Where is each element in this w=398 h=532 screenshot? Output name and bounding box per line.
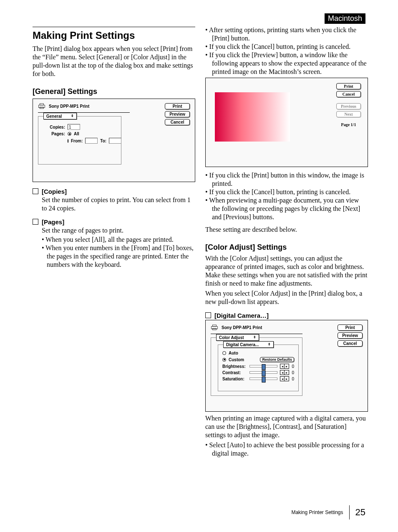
from-radio[interactable] <box>68 139 68 143</box>
general-pulldown[interactable]: General ⇕ <box>43 113 77 119</box>
pages-label: Pages: <box>45 132 65 136</box>
left-column: Making Print Settings The [Print] dialog… <box>33 25 195 458</box>
preview-button[interactable]: Preview <box>165 111 190 117</box>
to-label: To: <box>100 139 106 143</box>
from-input[interactable] <box>85 138 98 144</box>
device-title: Sony DPP-MP1 Print <box>49 104 89 109</box>
contrast-stepper[interactable]: ◂▸ <box>280 370 289 375</box>
printer-icon <box>38 103 45 109</box>
contrast-slider[interactable] <box>249 371 277 374</box>
copies-heading: [Copies] <box>33 188 195 195</box>
custom-label: Custom <box>229 357 244 362</box>
auto-radio[interactable] <box>222 351 226 355</box>
copies-label: Copies: <box>45 125 65 129</box>
printer-icon <box>211 324 218 330</box>
updown-icon: ⇕ <box>71 114 74 118</box>
preview-image <box>215 92 290 142</box>
pages-desc: Set the range of pages to print. <box>42 226 195 235</box>
color-adjust-p2: When you select [Color Adjust] in the [P… <box>205 289 368 306</box>
preview-cancel-button[interactable]: Cancel <box>336 91 361 97</box>
pulldown-label: Color Adjust <box>219 335 244 340</box>
svg-rect-1 <box>40 104 44 105</box>
color-adjust-p1: With the [Color Adjust] settings, you ca… <box>205 254 368 288</box>
footer-section: Making Printer Settings <box>291 509 343 515</box>
brightness-value: 0 <box>292 364 294 369</box>
to-input[interactable] <box>109 138 121 144</box>
preview-next-button[interactable]: Next <box>336 111 361 117</box>
right-column: After setting options, printing starts w… <box>205 25 368 458</box>
general-print-dialog: Sony DPP-MP1 Print Print Preview Cancel … <box>33 99 195 182</box>
saturation-label: Saturation: <box>222 377 247 381</box>
footer-divider <box>349 505 350 519</box>
all-label: All <box>74 132 79 136</box>
rule <box>33 27 195 27</box>
color-adjust-pulldown[interactable]: Color Adjust ⇕ <box>216 334 259 341</box>
preview-previous-button[interactable]: Previous <box>336 103 361 109</box>
brightness-stepper[interactable]: ◂▸ <box>280 364 289 369</box>
pulldown-label: Digital Camera... <box>226 342 259 347</box>
auto-label: Auto <box>229 351 238 355</box>
saturation-value: 0 <box>292 377 294 381</box>
saturation-slider[interactable] <box>249 377 277 380</box>
page-indicator: Page 1/1 <box>336 122 361 127</box>
preview-window: Print Cancel Previous Next Page 1/1 <box>205 78 368 167</box>
brightness-label: Brightness: <box>222 364 247 369</box>
preview-print-button[interactable]: Print <box>336 83 361 89</box>
right-bullet-3: If you click the [Preview] button, a win… <box>205 51 368 76</box>
svg-rect-3 <box>212 327 218 329</box>
print-button-2[interactable]: Print <box>338 324 363 331</box>
updown-icon: ⇕ <box>253 336 256 339</box>
device-title-2: Sony DPP-MP1 Print <box>222 325 262 330</box>
right-bullet-1: After setting options, printing starts w… <box>205 26 368 43</box>
color-adjust-heading: [Color Adjust] Settings <box>205 243 368 252</box>
contrast-value: 0 <box>292 370 294 375</box>
described-below: These setting are described below. <box>205 225 368 234</box>
digital-camera-heading: [Digital Camera…] <box>205 312 368 319</box>
right-bullet-2: If you click the [Cancel] button, printi… <box>205 43 368 51</box>
svg-rect-0 <box>39 105 45 108</box>
cancel-button-2[interactable]: Cancel <box>338 340 363 347</box>
all-radio[interactable] <box>68 132 71 136</box>
pages-bullet-2: When you enter numbers in the [From] and… <box>42 244 195 269</box>
right-bullet-4: If you click the [Print] button in this … <box>205 171 368 188</box>
color-adjust-dialog: Sony DPP-MP1 Print Print Preview Cancel … <box>205 320 368 412</box>
saturation-stepper[interactable]: ◂▸ <box>280 376 289 381</box>
contrast-label: Contrast: <box>222 370 247 375</box>
from-label: From: <box>71 139 83 143</box>
digital-camera-pulldown[interactable]: Digital Camera... ⇕ <box>223 341 274 348</box>
restore-defaults-button[interactable]: Restore Defaults <box>260 357 294 362</box>
digcam-bullet-1: Select [Auto] to achieve the best possib… <box>205 441 368 458</box>
updown-icon: ⇕ <box>268 343 271 346</box>
pulldown-label: General <box>46 114 62 119</box>
digcam-paragraph: When printing an image captured with a d… <box>205 414 368 439</box>
intro-paragraph: The [Print] dialog box appears when you … <box>33 45 195 78</box>
copies-desc: Set the number of copies to print. You c… <box>42 196 195 213</box>
copies-input[interactable] <box>68 124 80 130</box>
preview-button-2[interactable]: Preview <box>338 332 363 339</box>
pages-heading: [Pages] <box>33 218 195 225</box>
cancel-button[interactable]: Cancel <box>165 119 190 125</box>
right-bullet-5: If you click the [Cancel] button, printi… <box>205 188 368 196</box>
right-bullet-6: When previewing a multi-page document, y… <box>205 196 368 221</box>
footer-page-number: 25 <box>355 507 365 518</box>
custom-radio[interactable] <box>222 358 226 362</box>
brightness-slider[interactable] <box>249 365 277 367</box>
footer: Making Printer Settings 25 <box>291 505 365 519</box>
pages-bullet-1: When you select [All], all the pages are… <box>42 236 195 244</box>
general-settings-heading: [General] Settings <box>33 87 195 96</box>
page-title: Making Print Settings <box>33 30 195 41</box>
print-button[interactable]: Print <box>165 103 190 109</box>
svg-rect-4 <box>213 325 217 327</box>
os-tag: Macintosh <box>325 13 365 24</box>
